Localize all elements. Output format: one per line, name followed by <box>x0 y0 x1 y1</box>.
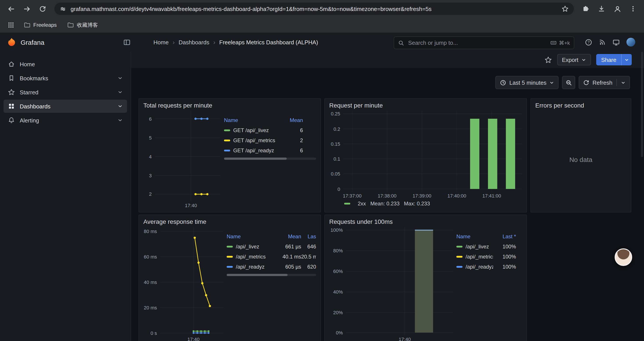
help-icon[interactable]: ? <box>585 38 592 46</box>
series-name[interactable]: /api/_metrics <box>236 253 277 260</box>
share-label[interactable]: Share <box>596 54 621 65</box>
search-box[interactable]: ⌘+k <box>394 37 574 49</box>
panel-requests-per-minute[interactable]: Request per minute 0.250.20.150.10.050 1… <box>324 98 527 212</box>
legend-row[interactable]: /api/_readyz 100% <box>456 261 522 272</box>
legend-scrollbar[interactable] <box>227 274 316 276</box>
bookmark-folder-blogs[interactable]: 收藏博客 <box>64 20 102 31</box>
time-range-label: Last 5 minutes <box>510 79 546 86</box>
reload-button[interactable] <box>36 2 49 15</box>
legend-inline[interactable]: 2xx Mean: 0.233 Max: 0.233 <box>329 199 522 208</box>
grafana-logo[interactable] <box>7 37 17 47</box>
legend-row[interactable]: /api/_metrics 40.1 ms 20.5 m <box>227 251 316 261</box>
bookmark-star-icon[interactable] <box>562 5 568 12</box>
breadcrumb-home[interactable]: Home <box>154 39 168 46</box>
panel-avg-response-time[interactable]: Average response time 80 ms60 ms40 ms20 … <box>138 215 321 341</box>
zoom-out-button[interactable] <box>562 76 576 89</box>
series-last: 100% <box>493 253 516 260</box>
series-name[interactable]: /api/_livez <box>466 243 493 249</box>
legend-col-name[interactable]: Name <box>456 233 493 239</box>
search-icon <box>398 40 404 46</box>
series-name[interactable]: /api/_livez <box>236 243 277 249</box>
chevron-down-icon[interactable] <box>621 80 626 85</box>
panel-requests-under-100ms[interactable]: Requests under 100ms 100%80%60%40%20%0% … <box>324 215 527 341</box>
scrollbar-thumb[interactable] <box>224 158 287 160</box>
series-name[interactable]: GET /api/_livez <box>233 127 283 133</box>
plot-area[interactable] <box>155 111 220 201</box>
panel-errors-per-second[interactable]: Errors per second No data <box>530 98 631 212</box>
share-menu-button[interactable] <box>621 54 632 65</box>
series-name[interactable]: 2xx <box>358 201 366 207</box>
reload-icon <box>39 5 46 12</box>
requests-per-minute-chart[interactable]: 0.250.20.150.10.050 17:37:0017:38:0017:3… <box>329 111 522 199</box>
legend-col-mean[interactable]: Mean <box>283 117 303 123</box>
header-icons: ? <box>585 33 635 51</box>
series-name[interactable]: /api/_metrics <box>466 253 493 260</box>
refresh-button[interactable]: Refresh <box>579 76 630 89</box>
legend-table: Name Mean Las /api/_livez 661 µs 646 <box>223 227 316 341</box>
brand-name: Grafana <box>20 38 44 46</box>
sidebar-item-bookmarks[interactable]: Bookmarks <box>4 72 127 85</box>
time-range-picker[interactable]: Last 5 minutes <box>496 76 559 89</box>
legend-col-last[interactable]: Last * <box>493 233 516 239</box>
scrollbar-thumb[interactable] <box>227 274 287 276</box>
apps-button[interactable] <box>5 19 17 31</box>
legend-row[interactable]: GET /api/_metrics 2 <box>224 135 316 145</box>
series-name[interactable]: GET /api/_readyz <box>233 147 283 153</box>
legend-row[interactable]: /api/_readyz 605 µs 620 <box>227 261 316 272</box>
export-button[interactable]: Export <box>557 54 591 65</box>
browser-menu-button[interactable] <box>626 2 640 15</box>
user-avatar[interactable] <box>626 38 635 47</box>
legend-row[interactable]: GET /api/_livez 6 <box>224 125 316 135</box>
page-scrollbar[interactable] <box>641 52 643 157</box>
forward-arrow-icon <box>23 5 30 13</box>
legend-col-mean[interactable]: Mean <box>277 233 301 239</box>
legend-col-name[interactable]: Name <box>224 117 283 123</box>
total-requests-chart[interactable]: 65432 17:40 <box>143 111 220 208</box>
bookmark-folder-freeleaps[interactable]: Freeleaps <box>20 20 60 30</box>
share-button[interactable]: Share <box>596 54 632 65</box>
assistant-avatar[interactable] <box>615 248 632 266</box>
series-name[interactable]: /api/_readyz <box>236 263 277 270</box>
legend-row[interactable]: GET /api/_readyz 6 <box>224 145 316 155</box>
avg-response-chart[interactable]: 80 ms60 ms40 ms20 ms0 s 17:40 <box>143 227 223 341</box>
monitor-icon[interactable] <box>612 38 620 46</box>
chevron-down-icon <box>118 76 123 81</box>
sidebar-item-starred[interactable]: Starred <box>4 86 127 99</box>
search-input[interactable] <box>407 39 550 47</box>
legend-col-name[interactable]: Name <box>227 233 277 239</box>
chevron-down-icon <box>624 57 629 62</box>
x-axis: 17:40 <box>155 201 220 208</box>
downloads-button[interactable] <box>595 2 608 15</box>
toggle-sidebar-button[interactable] <box>123 38 131 46</box>
series-name[interactable]: /api/_readyz <box>466 263 493 270</box>
panel-title: Errors per second <box>535 102 626 109</box>
under-100ms-chart[interactable]: 100%80%60%40%20%0% 17:40 <box>329 227 453 341</box>
favorite-dashboard-button[interactable] <box>544 56 552 63</box>
plot-area[interactable] <box>343 111 522 192</box>
series-last: 100% <box>493 243 516 249</box>
back-button[interactable] <box>4 2 18 15</box>
legend-col-last[interactable]: Las <box>301 233 316 239</box>
legend-row[interactable]: /api/_metrics 100% <box>456 251 522 261</box>
browser-toolbar: grafana.mathmast.com/d/deytv4rwavabkb/fr… <box>0 0 644 18</box>
plot-area[interactable] <box>346 227 453 335</box>
legend-row[interactable]: /api/_livez 661 µs 646 <box>227 241 316 251</box>
sidebar-item-home[interactable]: Home <box>4 58 127 71</box>
plot-area[interactable] <box>160 227 223 335</box>
series-name[interactable]: GET /api/_metrics <box>233 137 283 143</box>
breadcrumb-dashboards[interactable]: Dashboards <box>179 39 209 46</box>
profile-button[interactable] <box>611 2 624 15</box>
series-color-dash <box>224 129 230 131</box>
panel-title: Average response time <box>143 218 316 225</box>
sidebar-item-dashboards[interactable]: Dashboards <box>4 100 127 113</box>
sidebar-item-alerting[interactable]: Alerting <box>4 114 127 127</box>
url-bar[interactable]: grafana.mathmast.com/d/deytv4rwavabkb/fr… <box>54 3 574 15</box>
panel-title: Request per minute <box>329 102 522 109</box>
forward-button[interactable] <box>20 2 33 15</box>
chevron-down-icon <box>582 57 586 62</box>
panel-total-requests[interactable]: Total requests per minute 65432 17:40 Na… <box>138 98 321 212</box>
news-rss-icon[interactable] <box>599 39 606 46</box>
extensions-button[interactable] <box>579 2 592 15</box>
legend-row[interactable]: /api/_livez 100% <box>456 241 522 251</box>
legend-scrollbar[interactable] <box>224 158 316 160</box>
